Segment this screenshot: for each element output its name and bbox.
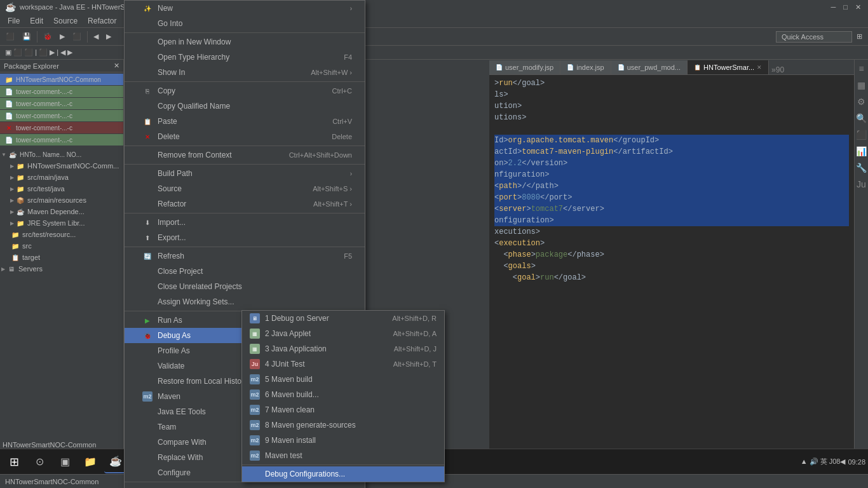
tree-servers[interactable]: ▶ 🖥 Servers	[0, 263, 123, 274]
tree-label-4: tower-comment-...-c	[16, 112, 72, 119]
tab-index[interactable]: 📄 index.jsp	[560, 60, 611, 74]
sub-maven-gen[interactable]: m2 8 Maven generate-sources	[242, 417, 444, 433]
ctx-delete[interactable]: ✕ Delete Delete	[125, 129, 365, 144]
right-icon-8[interactable]: Ju	[855, 178, 867, 191]
more-tabs[interactable]: »90	[769, 65, 787, 74]
ctx-remove-context[interactable]: Remove from Context Ctrl+Alt+Shift+Down	[125, 147, 365, 163]
menu-refactor[interactable]: Refactor	[83, 15, 121, 27]
right-icon-6[interactable]: 📊	[855, 145, 868, 158]
tree-target[interactable]: 📁 src	[0, 240, 123, 252]
tab-user-modify[interactable]: 📄 user_modify.jsp	[489, 60, 560, 74]
menu-source[interactable]: Source	[48, 15, 83, 27]
sub-debug-config[interactable]: Debug Configurations...	[242, 466, 444, 482]
tree-item-4[interactable]: 📄 tower-comment-...-c	[0, 110, 123, 121]
tree-item-5[interactable]: ✕ tower-comment-...-c	[0, 122, 123, 133]
stop-button[interactable]: ⬛	[69, 30, 85, 43]
sub-debug-applet[interactable]: ▦ 2 Java Applet Alt+Shift+D, A	[242, 326, 444, 341]
menu-file[interactable]: File	[3, 15, 25, 27]
tab-close-4[interactable]: ✕	[757, 64, 762, 71]
file-icon-6: 📄	[4, 135, 14, 145]
taskbar-search[interactable]: ⊙	[28, 451, 51, 473]
ctx-go-into[interactable]: Go Into	[125, 16, 365, 31]
menu-edit[interactable]: Edit	[25, 15, 48, 27]
taskbar-files[interactable]: 📁	[79, 451, 102, 473]
ctx-copy[interactable]: ⎘ Copy Ctrl+C	[125, 83, 365, 98]
code-line-12: onfiguration>	[494, 215, 849, 226]
sub-maven-test[interactable]: m2 Maven test	[242, 448, 444, 463]
ctx-new[interactable]: ✨ New ›	[125, 1, 365, 16]
sub-debug-junit[interactable]: Ju 4 JUnit Test Alt+Shift+D, T	[242, 356, 444, 372]
ctx-refresh[interactable]: 🔄 Refresh F5	[125, 248, 365, 264]
tree-item-2[interactable]: 📄 tower-comment-...-c	[0, 86, 123, 97]
tree-pom[interactable]: 📋 target	[0, 252, 123, 263]
ctx-export[interactable]: ⬆ Export...	[125, 230, 365, 245]
ctx-show-in[interactable]: Show In Alt+Shift+W ›	[125, 65, 365, 80]
sub-maven-build[interactable]: m2 5 Maven build	[242, 372, 444, 387]
tree-jre-lib[interactable]: ▶ ☕ Maven Depende...	[0, 206, 123, 217]
src-main-res-icon: 📁	[15, 184, 25, 194]
ctx-properties[interactable]: Properties Alt+Enter	[125, 484, 365, 488]
ctx-close-project[interactable]: Close Project	[125, 264, 365, 279]
ctx-open-type-hierarchy[interactable]: Open Type Hierarchy F4	[125, 50, 365, 65]
right-icon-2[interactable]: ▦	[856, 79, 867, 92]
forward-button[interactable]: ▶	[103, 30, 114, 43]
right-icon-7[interactable]: 🔧	[855, 161, 868, 174]
tree-item-3[interactable]: 📄 tower-comment-...-c	[0, 98, 123, 109]
tree-src-main-res[interactable]: ▶ 📁 src/test/java	[0, 183, 123, 194]
panel-controls[interactable]: ✕	[114, 62, 119, 70]
paste-icon: 📋	[142, 116, 153, 126]
sub-maven-clean[interactable]: m2 7 Maven clean	[242, 402, 444, 417]
ctx-close-unrelated[interactable]: Close Unrelated Projects	[125, 279, 365, 294]
tree-maven-dep[interactable]: ▶ 📦 src/main/resources	[0, 194, 123, 206]
debug-button[interactable]: 🐞	[40, 30, 55, 43]
delete-icon: ✕	[142, 132, 153, 142]
quick-access-input[interactable]: Quick Access	[776, 31, 852, 43]
ctx-refactor[interactable]: Refactor Alt+Shift+T ›	[125, 196, 365, 212]
sub-maven-install[interactable]: m2 9 Maven install	[242, 433, 444, 448]
ctx-source[interactable]: Source Alt+Shift+S ›	[125, 181, 365, 196]
tree-src-label: src/test/resourc...	[22, 231, 76, 238]
ctx-assign-working[interactable]: Assign Working Sets...	[125, 294, 365, 309]
right-icon-5[interactable]: ⬛	[855, 128, 868, 141]
save-button[interactable]: 💾	[19, 30, 34, 43]
maximize-button[interactable]: □	[841, 3, 850, 11]
tree-item-6[interactable]: 📄 tower-comment-...-c	[0, 134, 123, 146]
right-icon-4[interactable]: 🔍	[855, 112, 868, 125]
tab-icon-1: 📄	[496, 64, 503, 71]
tree-project[interactable]: ▼ ☕ HNTo... Name... NO...	[0, 149, 123, 160]
debug-as-submenu: 🖥 1 Debug on Server Alt+Shift+D, R ▦ 2 J…	[241, 310, 445, 482]
minimize-button[interactable]: ─	[829, 3, 838, 11]
tree-src-main-java-label: HNTowerSmartNOC-Comm...	[27, 162, 119, 170]
sub-debug-server[interactable]: 🖥 1 Debug on Server Alt+Shift+D, R	[242, 311, 444, 326]
tab-user-pwd[interactable]: 📄 user_pwd_mod...	[611, 60, 688, 74]
tree-item-selected-1[interactable]: 📁 HNTowerSmartNOC-Common	[0, 74, 123, 85]
right-icon-1[interactable]: ≡	[857, 62, 865, 75]
go-into-icon	[142, 18, 153, 29]
tab-hn-tower[interactable]: 📋 HNTowerSmar... ✕	[688, 60, 769, 74]
taskbar-task-view[interactable]: ▣	[53, 451, 76, 473]
tab-icon-4: 📋	[694, 64, 701, 71]
right-icon-3[interactable]: ⚙	[856, 95, 867, 108]
tree-src-test-java[interactable]: ▶ 📁 src/main/java	[0, 172, 123, 183]
sub-debug-app[interactable]: ▦ 3 Java Application Alt+Shift+D, J	[242, 341, 444, 356]
ctx-import[interactable]: ⬇ Import...	[125, 215, 365, 230]
code-line-4: utions>	[494, 112, 849, 123]
run-button[interactable]: ▶	[57, 30, 68, 43]
close-button[interactable]: ✕	[853, 3, 863, 11]
servers-icon: 🖥	[6, 264, 17, 274]
ctx-paste[interactable]: 📋 Paste Ctrl+V	[125, 114, 365, 129]
new-button[interactable]: ⬛	[3, 30, 18, 43]
tree-src[interactable]: 📁 src/test/resourc...	[0, 229, 123, 240]
sub-maven-build2[interactable]: m2 6 Maven build...	[242, 387, 444, 402]
tree-src-test-res[interactable]: ▶ 📁 JRE System Libr...	[0, 217, 123, 229]
sub-sep	[242, 464, 444, 465]
perspective-button[interactable]: ⊞	[853, 30, 865, 43]
back-button[interactable]: ◀	[90, 30, 102, 43]
main-area: Package Explorer ✕ 📁 HNTowerSmartNOC-Com…	[0, 60, 868, 488]
tree-src-main-java[interactable]: ▶ 📁 HNTowerSmartNOC-Comm...	[0, 160, 123, 172]
ctx-copy-qualified[interactable]: Copy Qualified Name	[125, 98, 365, 114]
start-button[interactable]: ⊞	[3, 451, 25, 473]
ctx-build-path[interactable]: Build Path ›	[125, 166, 365, 181]
ctx-refactor-label: Refactor	[158, 200, 186, 208]
ctx-open-new-window[interactable]: Open in New Window	[125, 34, 365, 50]
